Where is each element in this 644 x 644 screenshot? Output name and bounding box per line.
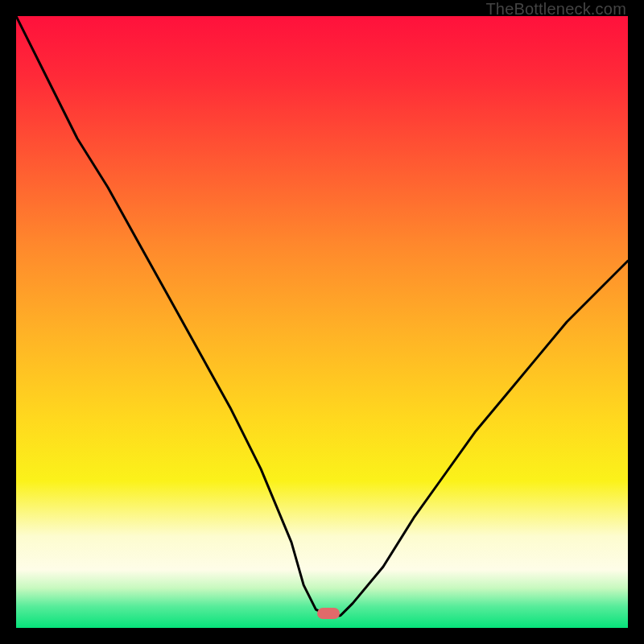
chart-frame: TheBottleneck.com (0, 0, 644, 644)
watermark-text: TheBottleneck.com (485, 0, 626, 19)
bottleneck-curve (16, 16, 628, 616)
optimal-marker (317, 608, 340, 619)
plot-area (16, 16, 628, 628)
curve-layer (16, 16, 628, 628)
